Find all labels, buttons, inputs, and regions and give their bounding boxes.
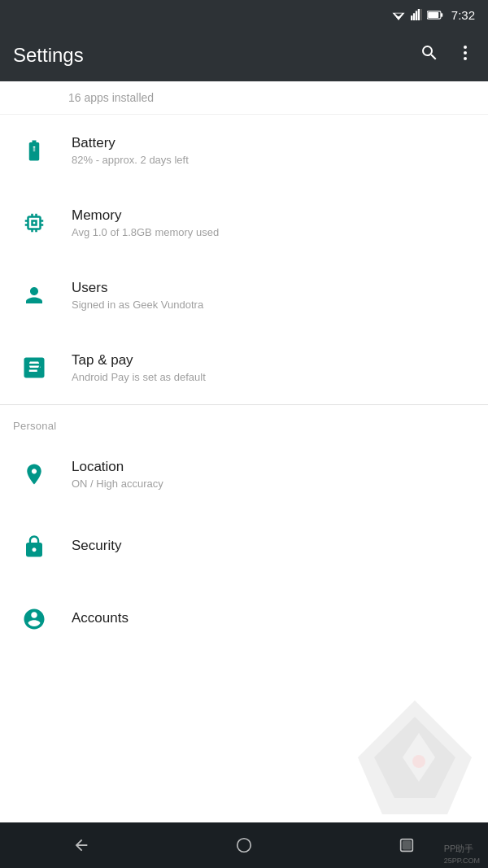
home-button[interactable]: [220, 822, 268, 868]
signal-icon: [411, 9, 422, 20]
users-icon: [22, 283, 46, 308]
svg-rect-5: [416, 11, 417, 20]
users-subtitle: Signed in as Geek Vundotra: [72, 299, 203, 311]
memory-item[interactable]: Memory Avg 1.0 of 1.8GB memory used: [0, 187, 488, 260]
wifi-icon: [391, 9, 406, 20]
svg-rect-6: [418, 9, 420, 20]
svg-rect-9: [441, 13, 442, 17]
battery-title: Battery: [72, 135, 189, 151]
battery-item[interactable]: Battery 82% - approx. 2 days left: [0, 115, 488, 187]
security-item[interactable]: Security: [0, 511, 488, 583]
battery-icon: [22, 138, 46, 163]
security-title: Security: [72, 538, 121, 554]
app-bar: Settings: [0, 29, 488, 81]
location-subtitle: ON / High accuracy: [72, 478, 163, 490]
svg-point-13: [464, 57, 467, 60]
location-title: Location: [72, 459, 163, 475]
security-text: Security: [72, 538, 121, 556]
battery-status-icon: [427, 10, 443, 20]
users-title: Users: [72, 280, 203, 296]
battery-text: Battery 82% - approx. 2 days left: [72, 135, 189, 166]
svg-rect-4: [413, 13, 415, 20]
accounts-icon-wrap: [13, 598, 55, 640]
location-icon: [22, 462, 46, 486]
location-icon-wrap: [13, 453, 55, 495]
battery-subtitle: 82% - approx. 2 days left: [72, 154, 189, 166]
back-button[interactable]: [57, 822, 106, 868]
pp-watermark: PP助手25PP.COM: [444, 843, 480, 865]
memory-title: Memory: [72, 207, 219, 224]
svg-marker-16: [374, 717, 455, 798]
tap-pay-icon-wrap: [13, 347, 55, 389]
personal-section-header: Personal: [0, 405, 488, 438]
bottom-nav-bar: PP助手25PP.COM: [0, 822, 488, 868]
personal-settings-list: Location ON / High accuracy Security Acc…: [0, 438, 488, 656]
tap-pay-text: Tap & pay Android Pay is set as default: [72, 352, 206, 383]
recents-button[interactable]: [382, 822, 431, 868]
svg-rect-7: [420, 9, 421, 20]
settings-list: Battery 82% - approx. 2 days left Memory…: [0, 115, 488, 404]
more-options-icon[interactable]: [455, 43, 475, 68]
tap-pay-icon: [22, 355, 46, 380]
svg-point-11: [464, 46, 467, 49]
page-title: Settings: [13, 44, 420, 67]
svg-point-18: [412, 755, 425, 768]
svg-point-12: [464, 51, 467, 55]
status-icons: 7:32: [391, 8, 475, 22]
memory-icon: [22, 211, 46, 235]
accounts-text: Accounts: [72, 610, 129, 629]
tap-pay-item[interactable]: Tap & pay Android Pay is set as default: [0, 332, 488, 404]
svg-rect-21: [403, 841, 410, 848]
svg-marker-15: [358, 700, 472, 814]
scroll-hint-text: 16 apps installed: [68, 91, 154, 104]
watermark: [342, 692, 488, 822]
tap-pay-title: Tap & pay: [72, 352, 206, 369]
accounts-icon: [22, 607, 46, 631]
accounts-item[interactable]: Accounts: [0, 583, 488, 656]
svg-point-19: [237, 839, 251, 853]
users-icon-wrap: [13, 274, 55, 316]
svg-rect-3: [411, 15, 412, 20]
security-icon-wrap: [13, 526, 55, 568]
search-icon[interactable]: [420, 43, 439, 68]
location-item[interactable]: Location ON / High accuracy: [0, 438, 488, 511]
svg-marker-2: [396, 16, 401, 20]
svg-rect-10: [428, 12, 438, 18]
users-text: Users Signed in as Geek Vundotra: [72, 280, 203, 311]
memory-subtitle: Avg 1.0 of 1.8GB memory used: [72, 226, 219, 238]
tap-pay-subtitle: Android Pay is set as default: [72, 371, 206, 383]
accounts-title: Accounts: [72, 610, 129, 626]
memory-icon-wrap: [13, 202, 55, 244]
security-icon: [22, 534, 46, 559]
app-bar-actions: [420, 43, 475, 68]
svg-rect-14: [31, 147, 37, 156]
status-bar: 7:32: [0, 0, 488, 29]
memory-text: Memory Avg 1.0 of 1.8GB memory used: [72, 207, 219, 238]
location-text: Location ON / High accuracy: [72, 459, 163, 490]
status-time: 7:32: [451, 8, 475, 22]
scroll-hint-item: 16 apps installed: [0, 81, 488, 115]
svg-marker-17: [403, 733, 435, 782]
battery-icon-wrap: [13, 129, 55, 172]
users-item[interactable]: Users Signed in as Geek Vundotra: [0, 260, 488, 332]
